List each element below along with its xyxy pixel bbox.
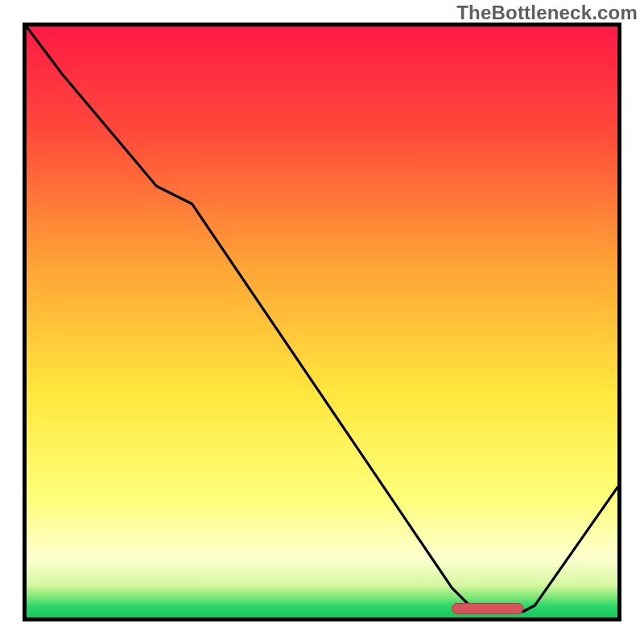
plot-frame [23,23,621,621]
optimal-range-marker [452,604,523,614]
watermark-text: TheBottleneck.com [456,2,638,24]
gradient-background [27,27,617,617]
chart-stage: TheBottleneck.com [0,0,644,644]
bottleneck-chart [27,27,617,617]
